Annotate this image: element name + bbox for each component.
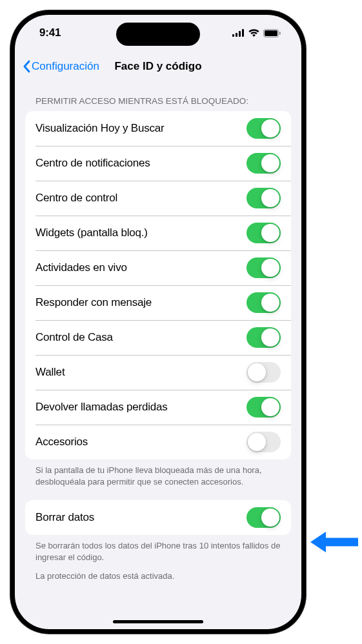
row-label: Centro de notificaciones — [35, 157, 150, 170]
section-footer-protection: La protección de datos está activada. — [25, 564, 291, 583]
toggle-erase-data[interactable] — [246, 507, 281, 528]
row-home-control: Control de Casa — [25, 320, 291, 355]
section-footer-erase: Se borrarán todos los datos del iPhone t… — [25, 535, 291, 564]
row-reply-message: Responder con mensaje — [25, 285, 291, 320]
row-erase-data: Borrar datos — [25, 500, 291, 535]
row-label: Control de Casa — [35, 331, 113, 344]
cellular-signal-icon — [232, 29, 245, 37]
back-button[interactable]: Configuración — [23, 60, 99, 73]
svg-rect-6 — [279, 32, 281, 35]
toggle-control-center[interactable] — [246, 188, 281, 208]
row-label: Wallet — [35, 366, 65, 379]
section-header-allow-access: PERMITIR ACCESO MIENTRAS ESTÁ BLOQUEADO: — [25, 82, 291, 111]
row-label: Actividades en vivo — [35, 261, 127, 274]
toggle-accessories[interactable] — [246, 432, 281, 452]
page-title: Face ID y código — [114, 60, 201, 73]
row-label: Centro de control — [35, 192, 117, 205]
callout-arrow — [310, 531, 358, 553]
row-label: Borrar datos — [35, 511, 94, 524]
back-label: Configuración — [32, 60, 99, 73]
status-icons — [232, 29, 281, 37]
svg-rect-3 — [242, 29, 244, 37]
row-live-activities: Actividades en vivo — [25, 250, 291, 285]
settings-content: PERMITIR ACCESO MIENTRAS ESTÁ BLOQUEADO:… — [15, 82, 301, 629]
wifi-icon — [248, 29, 259, 37]
toggle-return-calls[interactable] — [246, 397, 281, 418]
chevron-left-icon — [23, 60, 30, 73]
phone-screen: 9:41 Configuración Face ID y código PERM… — [15, 15, 301, 629]
toggle-live-activities[interactable] — [246, 257, 281, 278]
row-widgets: Widgets (pantalla bloq.) — [25, 216, 291, 250]
allow-access-list: Visualización Hoy y Buscar Centro de not… — [25, 111, 291, 459]
row-notification-center: Centro de notificaciones — [25, 146, 291, 181]
svg-rect-2 — [239, 31, 241, 37]
section-footer-accessories: Si la pantalla de tu iPhone lleva bloque… — [25, 459, 291, 488]
row-today-search: Visualización Hoy y Buscar — [25, 111, 291, 146]
row-control-center: Centro de control — [25, 181, 291, 216]
toggle-reply-message[interactable] — [246, 292, 281, 313]
battery-icon — [263, 29, 281, 37]
svg-rect-0 — [232, 34, 234, 37]
row-label: Accesorios — [35, 436, 88, 448]
toggle-today-search[interactable] — [246, 118, 281, 139]
arrow-left-icon — [310, 531, 358, 553]
svg-rect-1 — [236, 33, 237, 37]
row-return-calls: Devolver llamadas perdidas — [25, 390, 291, 425]
navigation-bar: Configuración Face ID y código — [15, 51, 301, 82]
toggle-notification-center[interactable] — [246, 153, 281, 174]
row-label: Responder con mensaje — [35, 296, 152, 309]
status-time: 9:41 — [39, 26, 61, 39]
dynamic-island — [116, 23, 200, 46]
toggle-widgets[interactable] — [246, 223, 281, 243]
row-label: Visualización Hoy y Buscar — [35, 122, 165, 135]
svg-rect-5 — [265, 30, 277, 36]
home-indicator[interactable] — [113, 620, 203, 623]
toggle-wallet[interactable] — [246, 362, 281, 383]
phone-frame: 9:41 Configuración Face ID y código PERM… — [10, 10, 306, 634]
row-label: Widgets (pantalla bloq.) — [35, 226, 148, 239]
row-accessories: Accesorios — [25, 425, 291, 459]
row-label: Devolver llamadas perdidas — [35, 401, 168, 414]
erase-data-list: Borrar datos — [25, 500, 291, 535]
row-wallet: Wallet — [25, 355, 291, 390]
toggle-home-control[interactable] — [246, 327, 281, 348]
